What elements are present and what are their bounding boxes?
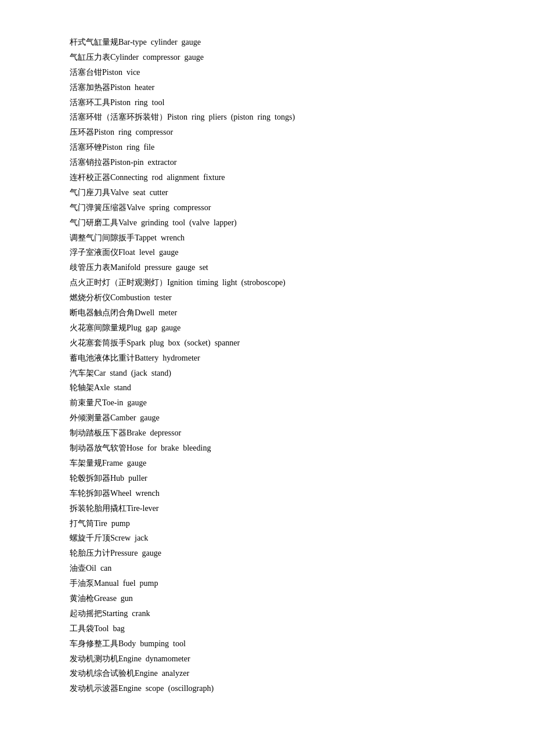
list-item: 前束量尺Toe-in gauge	[70, 395, 464, 411]
list-item: 浮子室液面仪Float level gauge	[70, 245, 464, 260]
list-item: 活塞环锉Piston ring file	[70, 140, 464, 155]
list-item: 杆式气缸量规Bar-type cylinder gauge	[70, 35, 464, 50]
list-item: 活塞环钳（活塞环拆装钳）Piston ring pliers (piston r…	[70, 110, 464, 125]
list-item: 轮胎压力计Pressure gauge	[70, 546, 464, 561]
list-item: 车架量规Frame gauge	[70, 456, 464, 471]
content-list: 杆式气缸量规Bar-type cylinder gauge气缸压力表Cylind…	[70, 35, 464, 696]
list-item: 火花塞间隙量规Plug gap gauge	[70, 321, 464, 336]
list-item: 轮轴架Axle stand	[70, 380, 464, 395]
list-item: 起动摇把Starting crank	[70, 606, 464, 621]
list-item: 手油泵Manual fuel pump	[70, 576, 464, 591]
list-item: 调整气门间隙扳手Tappet wrench	[70, 231, 464, 246]
list-item: 汽车架Car stand (jack stand)	[70, 366, 464, 381]
list-item: 车轮拆卸器Wheel wrench	[70, 486, 464, 501]
list-item: 歧管压力表Manifold pressure gauge set	[70, 260, 464, 275]
list-item: 黄油枪Grease gun	[70, 591, 464, 606]
list-item: 连杆校正器Connecting rod alignment fixture	[70, 170, 464, 185]
list-item: 发动机示波器Engine scope (oscillograph)	[70, 681, 464, 696]
list-item: 外倾测量器Camber gauge	[70, 411, 464, 426]
list-item: 轮毂拆卸器Hub puller	[70, 471, 464, 486]
list-item: 发动机综合试验机Engine analyzer	[70, 666, 464, 681]
list-item: 活塞环工具Piston ring tool	[70, 95, 464, 110]
list-item: 气缸压力表Cylinder compressor gauge	[70, 50, 464, 65]
list-item: 气门座刀具Valve seat cutter	[70, 185, 464, 200]
list-item: 气门弹簧压缩器Valve spring compressor	[70, 200, 464, 215]
list-item: 油壶Oil can	[70, 561, 464, 576]
list-item: 拆装轮胎用撬杠Tire-lever	[70, 501, 464, 516]
list-item: 压环器Piston ring compressor	[70, 125, 464, 140]
list-item: 车身修整工具Body bumping tool	[70, 636, 464, 651]
list-item: 断电器触点闭合角Dwell meter	[70, 305, 464, 321]
list-item: 活塞加热器Piston heater	[70, 80, 464, 95]
list-item: 燃烧分析仪Combustion tester	[70, 290, 464, 305]
list-item: 火花塞套筒扳手Spark plug box (socket) spanner	[70, 336, 464, 351]
list-item: 活塞销拉器Piston-pin extractor	[70, 155, 464, 170]
list-item: 螺旋千斤顶Screw jack	[70, 531, 464, 546]
list-item: 发动机测功机Engine dynamometer	[70, 651, 464, 667]
list-item: 制动踏板压下器Brake depressor	[70, 426, 464, 441]
list-item: 工具袋Tool bag	[70, 621, 464, 636]
list-item: 打气筒Tire pump	[70, 516, 464, 531]
list-item: 蓄电池液体比重计Battery hydrometer	[70, 351, 464, 366]
list-item: 点火正时灯（正时观测灯）Ignition timing light (strob…	[70, 275, 464, 290]
list-item: 制动器放气软管Hose for brake bleeding	[70, 441, 464, 456]
list-item: 活塞台钳Piston vice	[70, 65, 464, 80]
list-item: 气门研磨工具Valve grinding tool (valve lapper)	[70, 215, 464, 231]
